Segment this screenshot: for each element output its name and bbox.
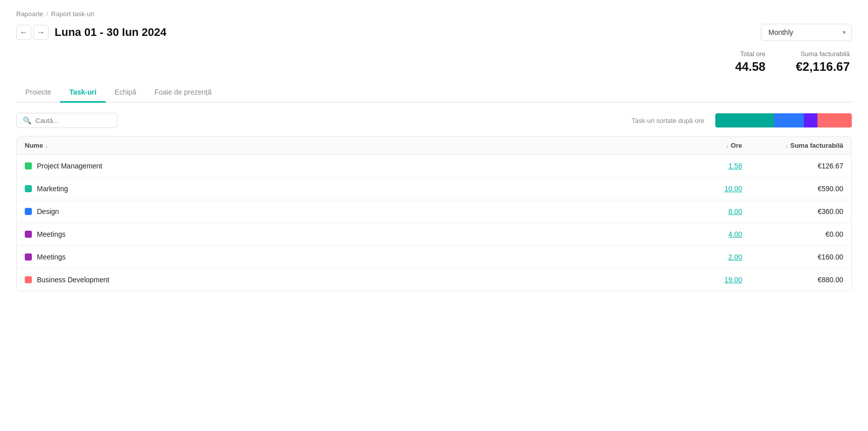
table-body: Project Management 1.58 €126.67 Marketin…	[17, 155, 851, 291]
cell-ore: 4.00	[681, 230, 742, 238]
task-name: Marketing	[37, 185, 68, 193]
right-side: Task-uri sortate după ore	[631, 113, 852, 127]
cell-name: Meetings	[25, 230, 681, 238]
search-icon: 🔍	[23, 116, 31, 124]
cell-name: Meetings	[25, 253, 681, 261]
ore-link[interactable]: 19.00	[724, 276, 742, 284]
ore-link[interactable]: 4.00	[728, 230, 742, 238]
ore-link[interactable]: 8.00	[728, 207, 742, 216]
task-name: Business Development	[37, 276, 109, 284]
cell-suma: €880.00	[742, 276, 843, 284]
color-dot	[25, 185, 32, 192]
col-header-suma[interactable]: ↓ Suma facturabilă	[742, 142, 843, 149]
nav-buttons: ← →	[16, 25, 49, 40]
bar-segment	[774, 113, 804, 127]
bar-segment	[715, 113, 774, 127]
breadcrumb-separator: /	[46, 10, 48, 18]
color-dot	[25, 208, 32, 215]
cell-suma: €360.00	[742, 207, 843, 216]
search-box[interactable]: 🔍	[16, 113, 117, 128]
tab-echipa[interactable]: Echipă	[106, 83, 146, 103]
tasks-table: Nume ↓ ↓ Ore ↓ Suma facturabilă Project …	[16, 136, 852, 291]
sort-label: Task-uri sortate după ore	[631, 117, 704, 124]
sort-arrow-name: ↓	[45, 143, 48, 149]
total-ore-block: Total ore 44.58	[735, 50, 765, 74]
stats-row: Total ore 44.58 Suma facturabilă €2,116.…	[16, 50, 852, 74]
color-dot	[25, 231, 32, 238]
cell-suma: €0.00	[742, 230, 843, 238]
suma-facturabila-value: €2,116.67	[796, 60, 850, 74]
sort-arrow-ore: ↓	[726, 143, 729, 149]
cell-name: Design	[25, 207, 681, 216]
col-header-ore[interactable]: ↓ Ore	[681, 142, 742, 149]
cell-name: Business Development	[25, 276, 681, 284]
tabs-row: Proiecte Task-uri Echipă Foaie de prezen…	[16, 83, 852, 103]
table-row: Meetings 4.00 €0.00	[17, 223, 851, 246]
task-name: Meetings	[37, 253, 66, 261]
tab-task-uri[interactable]: Task-uri	[60, 83, 105, 103]
sort-arrow-suma: ↓	[786, 143, 789, 149]
color-dot	[25, 162, 32, 169]
suma-facturabila-label: Suma facturabilă	[796, 50, 850, 58]
col-header-name[interactable]: Nume ↓	[25, 142, 681, 149]
breadcrumb-parent[interactable]: Rapoarte	[16, 10, 43, 18]
table-row: Meetings 2.00 €160.00	[17, 246, 851, 269]
table-header: Nume ↓ ↓ Ore ↓ Suma facturabilă	[17, 137, 851, 155]
cell-name: Marketing	[25, 185, 681, 193]
ore-link[interactable]: 1.58	[728, 162, 742, 170]
cell-ore: 1.58	[681, 162, 742, 170]
bar-segment	[817, 113, 852, 127]
table-row: Project Management 1.58 €126.67	[17, 155, 851, 178]
period-dropdown-wrapper: Monthly Daily Weekly Yearly ▾	[761, 24, 852, 41]
task-name: Meetings	[37, 230, 66, 238]
cell-name: Project Management	[25, 162, 681, 170]
search-input[interactable]	[35, 117, 111, 124]
bar-segment	[804, 113, 817, 127]
table-row: Design 8.00 €360.00	[17, 200, 851, 223]
table-row: Business Development 19.00 €880.00	[17, 269, 851, 291]
task-name: Project Management	[37, 162, 102, 170]
breadcrumb: Rapoarte / Raport task-uri	[16, 10, 852, 18]
task-name: Design	[37, 207, 59, 216]
cell-ore: 19.00	[681, 276, 742, 284]
ore-link[interactable]: 2.00	[728, 253, 742, 261]
tab-foaie[interactable]: Foaie de prezență	[146, 83, 221, 103]
toolbar-row: 🔍 Task-uri sortate după ore	[16, 113, 852, 128]
cell-suma: €160.00	[742, 253, 843, 261]
cell-suma: €590.00	[742, 185, 843, 193]
bar-chart	[715, 113, 852, 127]
color-dot	[25, 253, 32, 261]
tab-proiecte[interactable]: Proiecte	[16, 83, 60, 103]
page-title: Luna 01 - 30 Iun 2024	[55, 26, 166, 39]
total-ore-value: 44.58	[735, 60, 765, 74]
prev-button[interactable]: ←	[16, 25, 31, 40]
cell-ore: 10.00	[681, 185, 742, 193]
ore-link[interactable]: 10.00	[724, 185, 742, 193]
cell-suma: €126.67	[742, 162, 843, 170]
next-button[interactable]: →	[33, 25, 49, 40]
breadcrumb-current: Raport task-uri	[51, 10, 94, 18]
period-dropdown[interactable]: Monthly Daily Weekly Yearly	[761, 24, 852, 41]
cell-ore: 2.00	[681, 253, 742, 261]
cell-ore: 8.00	[681, 207, 742, 216]
color-dot	[25, 276, 32, 283]
header-left: ← → Luna 01 - 30 Iun 2024	[16, 25, 166, 40]
header-row: ← → Luna 01 - 30 Iun 2024 Monthly Daily …	[16, 24, 852, 41]
total-ore-label: Total ore	[735, 50, 765, 58]
table-row: Marketing 10.00 €590.00	[17, 178, 851, 200]
suma-facturabila-block: Suma facturabilă €2,116.67	[796, 50, 850, 74]
